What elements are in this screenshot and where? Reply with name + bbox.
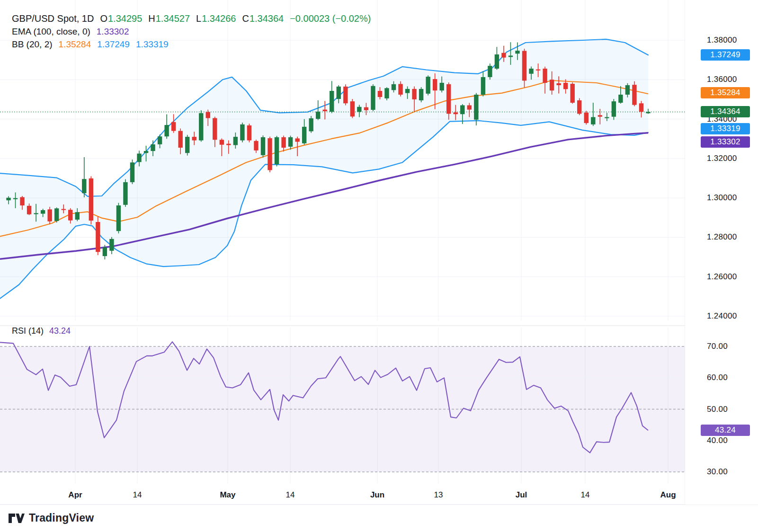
candle-body	[529, 69, 533, 74]
candle-body	[522, 51, 526, 80]
ema-title[interactable]: EMA (100, close, 0)	[12, 25, 90, 38]
price-badge: 1.37249	[701, 49, 750, 61]
time-label: May	[220, 490, 235, 500]
candle-body	[460, 105, 464, 114]
time-label: Jun	[370, 490, 384, 500]
candle-body	[584, 113, 589, 123]
candle-body	[178, 131, 182, 148]
candle-body	[433, 79, 437, 90]
rsi-tick: 30.00	[707, 467, 728, 477]
candle-body	[632, 85, 636, 105]
candle-body	[343, 87, 348, 103]
candle-body	[571, 84, 575, 103]
candle-body	[591, 117, 595, 124]
candle-body	[281, 137, 285, 148]
rsi-tick: 60.00	[707, 373, 728, 382]
candle-body	[96, 222, 100, 252]
rsi-title[interactable]: RSI (14)	[12, 326, 44, 336]
candle-body	[412, 89, 416, 99]
candle-body	[371, 86, 375, 110]
candle-body	[75, 212, 80, 220]
time-axis[interactable]: Apr14May14Jun13Jul14Aug	[0, 484, 685, 505]
candle-body	[446, 84, 451, 114]
tradingview-logo[interactable]: TradingView	[9, 512, 94, 524]
high-value: H1.34527	[148, 12, 190, 25]
candle-body	[536, 70, 540, 71]
tradingview-logo-icon	[9, 514, 25, 523]
rsi-value-badge: 43.24	[701, 425, 750, 436]
time-label: Apr	[68, 490, 82, 500]
candle-body	[419, 89, 423, 100]
change-value: −0.00023 (−0.02%)	[290, 12, 371, 25]
close-value: C1.34364	[242, 12, 284, 25]
time-label: 14	[286, 490, 295, 500]
candle-body	[199, 113, 203, 140]
candle-body	[6, 198, 10, 200]
candle-body	[495, 54, 499, 69]
candle-body	[68, 210, 72, 220]
price-badge: 1.33302	[701, 136, 750, 148]
candle-body	[206, 112, 210, 118]
candle-body	[20, 197, 24, 205]
price-axis[interactable]: 1.380001.360001.340001.320001.300001.280…	[685, 0, 758, 505]
price-tick: 1.32000	[707, 154, 737, 163]
candle-body	[240, 124, 244, 141]
price-badge: 1.33319	[701, 123, 750, 134]
candle-body	[398, 84, 402, 94]
candle-body	[330, 91, 334, 112]
time-label: 13	[434, 490, 443, 500]
candle-body	[123, 182, 127, 205]
candle-body	[164, 125, 169, 136]
candle-body	[13, 198, 18, 199]
price-tick: 1.36000	[707, 75, 737, 84]
candle-body	[47, 209, 52, 221]
candle-body	[275, 137, 279, 164]
candle-body	[474, 95, 478, 120]
candle-body	[27, 206, 31, 214]
candle-body	[247, 125, 251, 141]
candle-body	[82, 179, 86, 193]
chart-canvas[interactable]	[0, 0, 758, 532]
candle-body	[364, 107, 368, 110]
candle-body	[41, 210, 45, 213]
candle-body	[116, 205, 121, 231]
candle-body	[612, 101, 616, 116]
candle-body	[34, 213, 38, 214]
candle-body	[508, 55, 513, 57]
time-label: Aug	[660, 490, 676, 500]
price-tick: 1.26000	[707, 272, 737, 282]
bb-title[interactable]: BB (20, 2)	[12, 38, 53, 51]
candle-body	[501, 53, 506, 58]
candle-body	[488, 66, 492, 77]
price-tick: 1.30000	[707, 193, 737, 203]
candle-body	[625, 85, 630, 95]
candle-body	[137, 153, 141, 162]
symbol-title[interactable]: GBP/USD Spot, 1D	[12, 12, 94, 25]
candle-body	[171, 122, 176, 131]
tradingview-chart-window: GBP/USD Spot, 1D O1.34295 H1.34527 L1.34…	[0, 0, 758, 532]
candle-body	[261, 137, 265, 155]
candle-body	[392, 84, 396, 90]
bb-basis-value: 1.35284	[59, 38, 91, 51]
candle-body	[405, 89, 410, 93]
candle-body	[563, 83, 568, 89]
time-label: 14	[581, 490, 590, 500]
candle-body	[646, 112, 650, 113]
low-value: L1.34266	[196, 12, 236, 25]
candle-body	[440, 83, 444, 90]
candle-body	[515, 51, 519, 53]
price-badge: 1.34364	[701, 106, 750, 117]
open-value: O1.34295	[100, 12, 142, 25]
candle-body	[467, 105, 472, 109]
candle-body	[556, 83, 561, 85]
candle-body	[268, 138, 272, 170]
candle-body	[378, 91, 382, 97]
rsi-value: 43.24	[49, 326, 71, 336]
candle-body	[454, 112, 458, 114]
price-tick: 1.38000	[707, 35, 737, 45]
candle-body	[316, 112, 320, 119]
time-label: Jul	[516, 490, 527, 500]
candle-body	[254, 141, 258, 151]
candle-body	[54, 208, 59, 221]
ema-legend-row: EMA (100, close, 0) 1.33302	[12, 25, 371, 38]
